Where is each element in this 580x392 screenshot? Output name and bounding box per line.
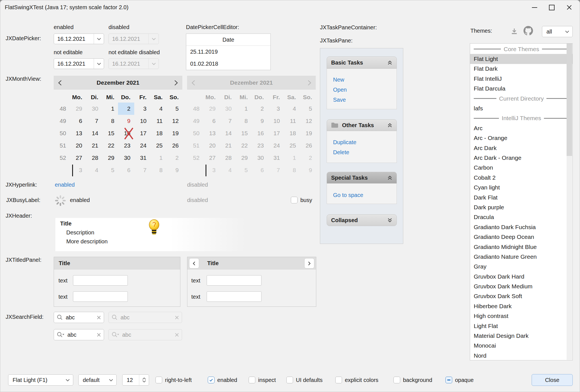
task-link-delete[interactable]: Delete bbox=[327, 147, 397, 157]
theme-item[interactable]: Nord bbox=[470, 351, 572, 360]
enabled-checkbox-group[interactable]: enabled bbox=[208, 377, 237, 383]
font-combo[interactable]: default bbox=[78, 374, 117, 386]
theme-item[interactable]: Cyan light bbox=[470, 182, 572, 192]
github-icon[interactable] bbox=[524, 26, 533, 35]
theme-item[interactable]: Gradianto Midnight Blue bbox=[470, 242, 572, 252]
day-cell[interactable]: 8 bbox=[150, 164, 166, 176]
opaque-checkbox-group[interactable]: opaque bbox=[445, 377, 474, 383]
day-cell[interactable]: 15 bbox=[102, 127, 118, 139]
day-cell[interactable]: 23 bbox=[118, 139, 134, 152]
theme-item[interactable]: Gradianto Nature Green bbox=[470, 252, 572, 262]
close-button[interactable]: Close bbox=[532, 374, 573, 386]
theme-item[interactable]: Flat Darcula bbox=[470, 84, 572, 94]
day-cell[interactable]: 6 bbox=[70, 115, 86, 127]
day-cell[interactable]: 29 bbox=[70, 103, 86, 115]
theme-item[interactable]: Flat IntelliJ bbox=[470, 74, 572, 84]
datepicker-dropdown-button[interactable] bbox=[94, 59, 104, 69]
day-cell[interactable]: 4 bbox=[150, 103, 166, 115]
day-cell[interactable]: 26 bbox=[166, 139, 183, 152]
ui-defaults-checkbox[interactable] bbox=[286, 377, 293, 383]
day-cell[interactable]: 18 bbox=[150, 127, 166, 139]
close-window-button[interactable] bbox=[560, 0, 578, 15]
theme-item[interactable]: Dark Flat bbox=[470, 193, 572, 202]
task-link-duplicate[interactable]: Duplicate bbox=[327, 137, 397, 147]
minimize-button[interactable] bbox=[526, 0, 543, 15]
text-input[interactable] bbox=[73, 291, 128, 302]
theme-item[interactable]: Gray bbox=[470, 262, 572, 272]
busy-checkbox[interactable] bbox=[291, 197, 298, 203]
theme-item[interactable]: High contrast bbox=[470, 311, 572, 321]
explicit-colors-checkbox-group[interactable]: explicit colors bbox=[335, 377, 378, 383]
opaque-checkbox[interactable] bbox=[445, 377, 452, 383]
taskpane-header[interactable]: Collapsed bbox=[327, 214, 397, 226]
search-dropdown-icon[interactable] bbox=[57, 332, 65, 338]
day-cell[interactable]: 4 bbox=[86, 164, 102, 176]
day-cell[interactable]: 1 bbox=[102, 103, 118, 115]
theme-item[interactable]: Hiberbee Dark bbox=[470, 301, 572, 311]
taskpane-header[interactable]: Special Tasks bbox=[327, 172, 397, 184]
taskpane-header[interactable]: Other Tasks bbox=[327, 119, 397, 131]
theme-item[interactable]: Gruvbox Dark Soft bbox=[470, 291, 572, 301]
theme-item[interactable]: Arc - Orange bbox=[470, 133, 572, 143]
day-cell[interactable]: 19 bbox=[166, 127, 183, 139]
day-cell[interactable]: 14 bbox=[86, 127, 102, 139]
maximize-button[interactable] bbox=[543, 0, 560, 15]
right-to-left-checkbox[interactable] bbox=[155, 377, 162, 383]
day-cell[interactable]: 5 bbox=[102, 164, 118, 176]
day-cell-flagged[interactable]: 16 bbox=[118, 127, 134, 139]
day-cell[interactable]: 6 bbox=[118, 164, 134, 176]
day-cell-selected[interactable]: 2 bbox=[118, 103, 134, 115]
day-cell[interactable]: 20 bbox=[70, 139, 86, 152]
theme-item[interactable]: Light Flat bbox=[470, 321, 572, 331]
theme-item[interactable]: Cobalt 2 bbox=[470, 173, 572, 182]
background-checkbox-group[interactable]: background bbox=[393, 377, 432, 383]
themes-filter-combo[interactable]: all bbox=[542, 26, 573, 37]
text-input[interactable] bbox=[73, 275, 128, 286]
table-row[interactable]: 25.11.2019 bbox=[186, 46, 270, 58]
prev-month-icon[interactable] bbox=[58, 80, 62, 86]
day-cell[interactable]: 29 bbox=[102, 152, 118, 164]
background-checkbox[interactable] bbox=[393, 377, 400, 383]
clear-icon[interactable] bbox=[97, 333, 101, 337]
day-cell[interactable]: 7 bbox=[86, 115, 102, 127]
taskpane-header[interactable]: Basic Tasks bbox=[327, 56, 397, 69]
theme-item[interactable]: Gruvbox Dark Medium bbox=[470, 281, 572, 291]
text-input[interactable] bbox=[207, 291, 261, 302]
theme-item[interactable]: Carbon bbox=[470, 163, 572, 173]
datepicker-enabled-field[interactable]: 16.12.2021 bbox=[54, 34, 104, 44]
theme-item[interactable]: Arc Dark - Orange bbox=[470, 153, 572, 163]
inspect-checkbox[interactable] bbox=[249, 377, 255, 383]
searchfield-dropdown-enabled[interactable]: abc bbox=[54, 329, 104, 340]
day-cell[interactable]: 12 bbox=[166, 115, 183, 127]
day-cell[interactable]: 30 bbox=[86, 103, 102, 115]
ui-defaults-checkbox-group[interactable]: UI defaults bbox=[286, 377, 323, 383]
day-cell[interactable]: 28 bbox=[86, 152, 102, 164]
title-right-button[interactable] bbox=[304, 258, 314, 269]
task-link-new[interactable]: New bbox=[327, 75, 397, 85]
theme-item[interactable]: Arc Dark bbox=[470, 143, 572, 153]
font-size-spinner[interactable]: 12 bbox=[122, 374, 149, 386]
theme-item[interactable]: Material Design Dark bbox=[470, 331, 572, 341]
theme-item[interactable]: Monocai bbox=[470, 341, 572, 351]
theme-item[interactable]: Gradianto Deep Ocean bbox=[470, 232, 572, 242]
day-cell[interactable]: 9 bbox=[166, 164, 183, 176]
day-cell[interactable]: 2 bbox=[166, 152, 183, 164]
day-cell[interactable]: 24 bbox=[134, 139, 150, 152]
theme-item[interactable]: Gradianto Dark Fuchsia bbox=[470, 222, 572, 232]
day-cell[interactable]: 8 bbox=[102, 115, 118, 127]
datepicker-dropdown-button[interactable] bbox=[94, 34, 104, 44]
task-link-save[interactable]: Save bbox=[327, 95, 397, 105]
theme-item[interactable]: Dark purple bbox=[470, 202, 572, 212]
datepicker-noteditable-field[interactable]: 16.12.2021 bbox=[54, 58, 104, 69]
day-cell[interactable]: 21 bbox=[86, 139, 102, 152]
clear-icon[interactable] bbox=[97, 315, 101, 320]
task-link-open[interactable]: Open bbox=[327, 85, 397, 95]
day-cell[interactable]: 10 bbox=[134, 115, 150, 127]
day-cell[interactable]: 7 bbox=[134, 164, 150, 176]
day-cell-holiday[interactable]: 9 bbox=[118, 115, 134, 127]
scrollbar-thumb[interactable] bbox=[567, 44, 572, 156]
day-cell[interactable]: 25 bbox=[150, 139, 166, 152]
enabled-checkbox[interactable] bbox=[208, 377, 214, 383]
task-link-go-to-space[interactable]: Go to space bbox=[327, 190, 397, 200]
next-month-icon[interactable] bbox=[174, 80, 178, 86]
